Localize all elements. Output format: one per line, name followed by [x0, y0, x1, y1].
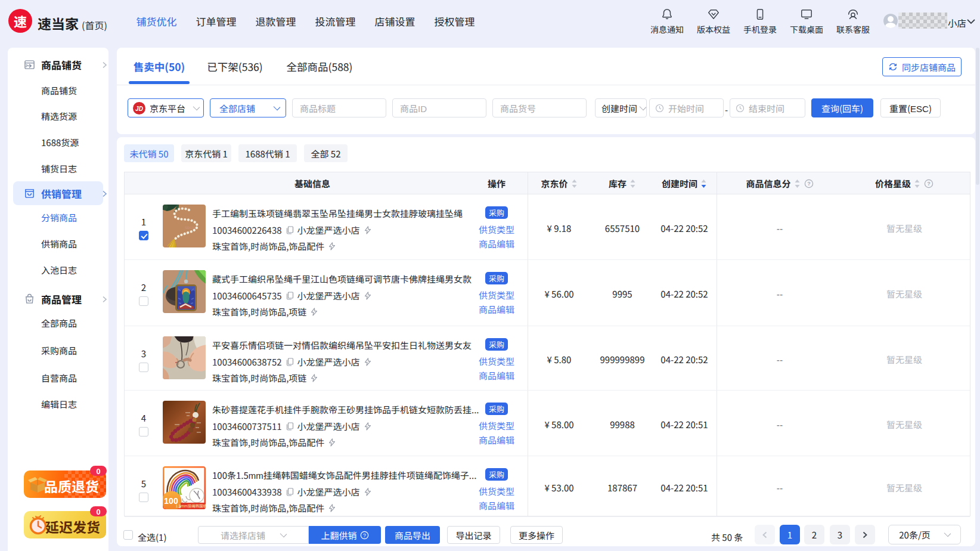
svg-text:1.5mm挂绳韩国蜡绳: 1.5mm挂绳韩国蜡绳 [176, 503, 206, 509]
svg-text:SDCM: SDCM [185, 226, 196, 230]
svg-text:?: ? [363, 532, 366, 538]
svg-text:?: ? [807, 181, 811, 187]
svg-text:?: ? [927, 181, 931, 187]
